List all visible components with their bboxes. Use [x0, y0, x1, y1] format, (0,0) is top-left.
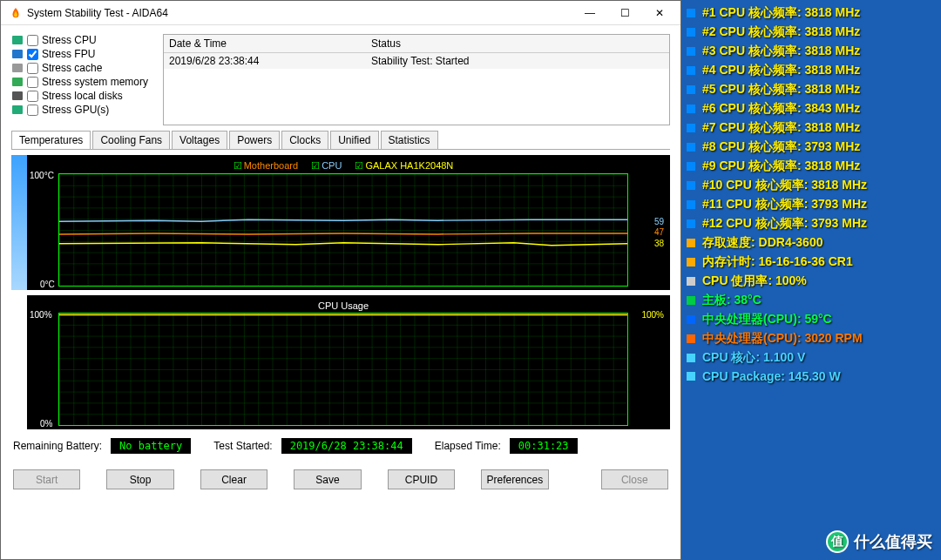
elapsed-label: Elapsed Time:: [435, 440, 501, 452]
window-title: System Stability Test - AIDA64: [27, 7, 572, 19]
stress-option-fpu[interactable]: Stress FPU: [11, 48, 156, 60]
stress-option-cpu[interactable]: Stress CPU: [11, 34, 156, 46]
stop-button[interactable]: Stop: [106, 469, 173, 489]
stat-icon: [685, 333, 697, 345]
overlay-cpu-core-1: #1 CPU 核心频率: 3818 MHz: [685, 5, 938, 21]
cpu-icon: [685, 141, 697, 153]
stress-label: Stress cache: [42, 62, 102, 74]
stress-checkbox[interactable]: [27, 63, 38, 74]
button-row: Start Stop Clear Save CPUID Preferences …: [11, 462, 670, 496]
log-table: Date & Time Status 2019/6/28 23:38:44Sta…: [163, 34, 670, 125]
svg-rect-15: [687, 124, 695, 132]
started-label: Test Started:: [213, 440, 272, 452]
temp-reading-cpu: 59: [654, 217, 664, 226]
svg-rect-24: [687, 296, 695, 305]
svg-rect-4: [12, 91, 23, 100]
save-button[interactable]: Save: [294, 469, 361, 489]
stress-option-gpu[interactable]: Stress GPU(s): [11, 104, 156, 116]
cpu-icon: [685, 179, 697, 192]
close-dialog-button[interactable]: Close: [601, 469, 668, 489]
overlay-stat-1: 内存计时: 16-16-16-36 CR1: [685, 254, 938, 270]
overlay-stat-7: CPU Package: 145.30 W: [685, 369, 938, 383]
svg-rect-19: [687, 200, 695, 209]
svg-rect-14: [687, 105, 695, 113]
cpuid-button[interactable]: CPUID: [388, 469, 455, 489]
stress-option-disk[interactable]: Stress local disks: [11, 90, 156, 102]
stress-label: Stress system memory: [42, 76, 148, 88]
cpu-usage-chart: CPU Usage 100% 0% 100%: [27, 295, 670, 429]
app-icon: [10, 7, 22, 19]
elapsed-value: 00:31:23: [510, 438, 578, 454]
tab-cooling-fans[interactable]: Cooling Fans: [92, 131, 170, 149]
temp-side-indicator: [11, 155, 27, 290]
preferences-button[interactable]: Preferences: [481, 469, 548, 489]
overlay-cpu-core-2: #2 CPU 核心频率: 3818 MHz: [685, 24, 938, 40]
status-bar: Remaining Battery: No battery Test Start…: [11, 435, 670, 457]
clear-button[interactable]: Clear: [200, 469, 267, 489]
cpu-icon: [685, 64, 697, 77]
tab-powers[interactable]: Powers: [229, 131, 280, 149]
svg-rect-22: [687, 258, 695, 267]
stat-icon: [685, 256, 697, 268]
cpu-icon: [685, 103, 697, 115]
stress-checkbox[interactable]: [27, 105, 38, 116]
svg-rect-11: [687, 47, 695, 56]
tab-voltages[interactable]: Voltages: [172, 131, 227, 149]
stress-label: Stress CPU: [42, 34, 97, 46]
overlay-cpu-core-8: #8 CPU 核心频率: 3793 MHz: [685, 139, 938, 155]
svg-rect-17: [687, 162, 695, 171]
overlay-cpu-core-12: #12 CPU 核心频率: 3793 MHz: [685, 216, 938, 232]
battery-value: No battery: [111, 438, 191, 454]
svg-rect-25: [687, 315, 695, 324]
cpu-chart-title: CPU Usage: [58, 299, 628, 313]
svg-rect-20: [687, 219, 695, 228]
cpu-icon: [685, 199, 697, 211]
log-row[interactable]: 2019/6/28 23:38:44Stability Test: Starte…: [164, 53, 669, 70]
stat-icon: [685, 275, 697, 287]
cpu-icon: [685, 122, 697, 134]
overlay-stat-3: 主板: 38°C: [685, 293, 938, 308]
overlay-cpu-core-3: #3 CPU 核心频率: 3818 MHz: [685, 44, 938, 59]
log-header-datetime[interactable]: Date & Time: [164, 35, 366, 53]
cpu-icon: [685, 26, 697, 38]
fpu-icon: [11, 49, 24, 59]
svg-rect-1: [12, 50, 23, 58]
close-button[interactable]: ✕: [642, 2, 677, 24]
cpu-reading: 100%: [641, 310, 664, 320]
tab-temperatures[interactable]: Temperatures: [11, 131, 91, 149]
stat-icon: [685, 294, 697, 307]
stress-option-cache[interactable]: Stress cache: [11, 62, 156, 74]
stress-checkbox[interactable]: [27, 49, 38, 60]
started-value: 2019/6/28 23:38:44: [281, 438, 412, 454]
temp-reading-mobo: 47: [654, 227, 664, 237]
stress-label: Stress FPU: [42, 48, 95, 60]
stat-icon: [685, 237, 697, 249]
svg-rect-2: [12, 64, 23, 72]
svg-rect-12: [687, 66, 695, 75]
cpu-icon: [685, 84, 697, 96]
maximize-button[interactable]: ☐: [607, 2, 642, 24]
start-button[interactable]: Start: [13, 469, 80, 489]
temp-legend: ☑Motherboard ☑CPU ☑GALAX HA1K2048N: [58, 159, 628, 173]
titlebar[interactable]: System Stability Test - AIDA64 — ☐ ✕: [1, 1, 680, 25]
stress-checkbox[interactable]: [27, 77, 38, 88]
cpu-icon: [685, 218, 697, 230]
log-header-status[interactable]: Status: [366, 35, 669, 53]
svg-rect-26: [687, 334, 695, 343]
stress-option-mem[interactable]: Stress system memory: [11, 76, 156, 88]
gpu-icon: [11, 105, 24, 115]
tab-clocks[interactable]: Clocks: [281, 131, 328, 149]
sensor-overlay: #1 CPU 核心频率: 3818 MHz#2 CPU 核心频率: 3818 M…: [685, 5, 938, 383]
tab-unified[interactable]: Unified: [330, 131, 378, 149]
overlay-stat-2: CPU 使用率: 100%: [685, 273, 938, 289]
stress-checkbox[interactable]: [27, 91, 38, 102]
svg-rect-5: [12, 105, 23, 114]
tab-statistics[interactable]: Statistics: [381, 131, 438, 149]
minimize-button[interactable]: —: [572, 2, 607, 24]
stress-options: Stress CPUStress FPUStress cacheStress s…: [11, 34, 156, 125]
cpu-icon: [685, 160, 697, 172]
cpu-icon: [685, 7, 697, 19]
overlay-cpu-core-6: #6 CPU 核心频率: 3843 MHz: [685, 101, 938, 117]
stress-checkbox[interactable]: [27, 35, 38, 46]
svg-rect-3: [12, 78, 23, 86]
